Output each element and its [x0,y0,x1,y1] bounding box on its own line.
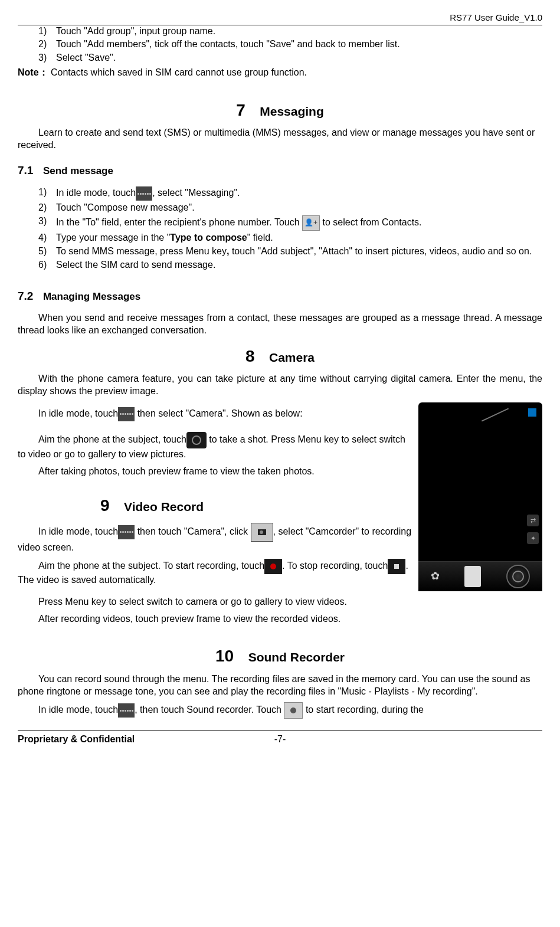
contact-add-icon: 👤+ [302,215,320,231]
intro-steps-list: 1) Touch "Add group", input group name. … [38,25,542,64]
list-item: 3) In the "To" field, enter the recipien… [38,215,542,231]
list-item: 2) Touch "Compose new message". [38,202,542,214]
subsection-number: 7.1 [18,164,33,176]
item-number: 6) [38,259,56,271]
apps-grid-icon [136,186,152,201]
section-9-p3: Press Menu key to select switch to camer… [18,596,542,608]
phone-preview-deco [482,408,509,421]
sound-record-icon [284,702,303,719]
phone-side-button: ✦ [527,532,539,544]
phone-screenshot: ⇄ ✦ ✿ [418,402,542,591]
text-fragment: In idle mode, touch [38,705,118,715]
list-item: 2) Touch "Add members", tick off the con… [38,38,542,51]
send-message-steps: 1) In idle mode, touch, select "Messagin… [38,186,542,271]
text-fragment: to start recording, during the [306,705,424,715]
section-9-p4: After recording videos, touch preview fr… [18,613,542,625]
section-name: Messaging [260,104,324,118]
section-number: 7 [236,101,245,119]
page-footer: Proprietary & Confidential -7- [18,731,542,746]
item-text: Select the SIM card to send message. [56,259,542,271]
apps-grid-icon [118,407,135,421]
record-stop-icon [388,559,405,574]
item-text: Touch "Add members", tick off the contac… [56,38,542,51]
item-text: Type your message in the "Type to compos… [56,232,542,244]
phone-bottom-bar: ✿ [418,561,542,591]
shutter-button-icon [506,565,530,588]
list-item: 5) To send MMS message, press Menu key, … [38,245,542,258]
phone-status-icon [528,408,536,417]
list-item: 1) In idle mode, touch, select "Messagin… [38,186,542,201]
text-fragment: then select "Camera". Shown as below: [135,408,302,418]
camera-shutter-icon [186,432,207,448]
item-number: 3) [38,52,56,64]
apps-grid-icon [118,525,135,539]
bold-text: Type to compose [170,232,247,243]
item-number: 1) [38,25,56,38]
item-number: 3) [38,215,56,231]
note-label: Note： [18,67,48,77]
section-name: Camera [269,351,315,364]
list-item: 4) Type your message in the "Type to com… [38,232,542,244]
text-fragment: To send MMS message, press Menu key [56,246,227,256]
section-10-p2: In idle mode, touch, then touch Sound re… [18,702,542,719]
subsection-7-2: 7.2 Managing Messages [18,289,542,304]
item-number: 2) [38,202,56,214]
subsection-name: Managing Messages [43,291,140,302]
section-number: 9 [100,496,110,515]
item-text: Touch "Compose new message". [56,202,542,214]
text-fragment: Aim the phone at the subject, touch [38,434,186,444]
camera-video-wrap: ⇄ ✦ ✿ In idle mode, touch then select "C… [18,402,542,591]
text-fragment: In idle mode, touch [56,188,136,198]
section-10-title: 10 Sound Recorder [18,646,542,667]
item-text: In idle mode, touch, select "Messaging". [56,186,542,201]
text-fragment: touch "Add subject", "Attach" to insert … [232,246,532,256]
list-item: 6) Select the SIM card to send message. [38,259,542,271]
section-8-p1: With the phone camera feature, you can t… [18,373,542,398]
section-8-title: 8 Camera [18,346,542,367]
section-7-title: 7 Messaging [18,100,542,121]
subsection-number: 7.2 [18,290,33,302]
text-fragment: In the "To" field, enter the recipient's… [56,217,302,227]
section-7-intro: Learn to create and send text (SMS) or m… [18,127,542,152]
text-fragment: In idle mode, touch [38,526,118,536]
text-fragment: , then touch Sound recorder. Touch [135,705,284,715]
settings-icon: ✿ [431,569,440,583]
subsection-7-1: 7.1 Send message [18,163,542,178]
item-text: In the "To" field, enter the recipient's… [56,215,542,231]
text-fragment: . To stop recording, touch [282,561,388,571]
section-10-p1: You can record sound through the menu. T… [18,673,542,698]
text-fragment: Aim the phone at the subject. To start r… [38,561,264,571]
text-fragment: " field. [247,232,273,243]
list-item: 3) Select "Save". [38,52,542,64]
list-item: 1) Touch "Add group", input group name. [38,25,542,38]
section-number: 10 [215,647,234,665]
item-number: 2) [38,38,56,51]
footer-page-number: -7- [274,733,286,746]
record-start-icon [264,559,282,574]
item-number: 1) [38,186,56,201]
bold-comma: , [227,246,232,256]
subsection-name: Send message [43,165,113,176]
section-number: 8 [245,347,255,365]
gallery-thumbnail [464,566,481,587]
apps-grid-icon [118,703,135,718]
page-header: RS77 User Guide_V1.0 [18,12,542,25]
text-fragment: In idle mode, touch [38,408,118,418]
item-text: Select "Save". [56,52,542,64]
section-name: Sound Recorder [248,650,345,664]
section-name: Video Record [124,500,204,513]
item-number: 4) [38,232,56,244]
note-line: Note： Contacts which saved in SIM card c… [18,67,542,79]
item-text: Touch "Add group", input group name. [56,25,542,38]
item-number: 5) [38,245,56,258]
note-text: Contacts which saved in SIM card cannot … [51,67,307,77]
subsection-7-2-text: When you send and receive messages from … [18,312,542,337]
text-fragment: then touch "Camera", click [135,526,250,536]
camera-switch-icon [251,523,273,542]
phone-side-button: ⇄ [527,515,539,526]
text-fragment: Type your message in the " [56,232,170,243]
footer-left: Proprietary & Confidential [18,733,135,746]
text-fragment: to select from Contacts. [323,217,422,227]
text-fragment: , select "Messaging". [152,188,240,198]
item-text: To send MMS message, press Menu key, tou… [56,245,542,258]
